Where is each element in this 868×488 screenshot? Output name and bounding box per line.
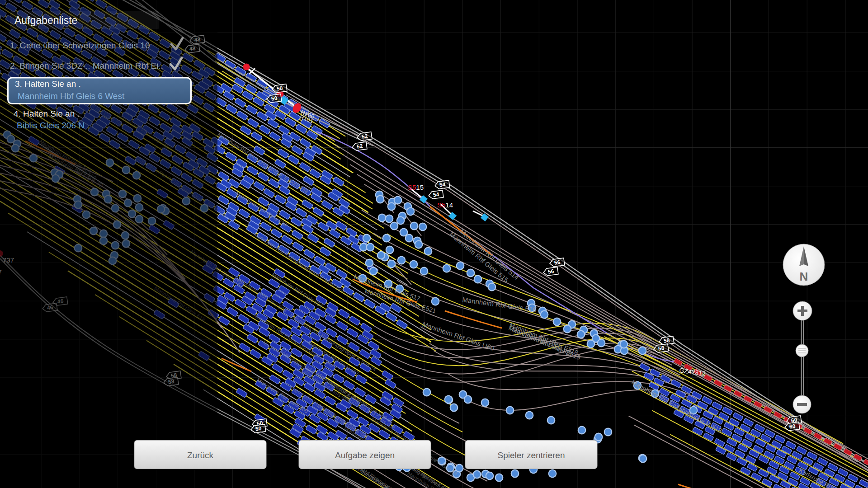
svg-text:Aufgabe zeigen: Aufgabe zeigen bbox=[335, 450, 395, 460]
svg-text:3. Halten Sie an .: 3. Halten Sie an . bbox=[15, 79, 81, 89]
svg-text:60: 60 bbox=[789, 423, 796, 430]
svg-text:52: 52 bbox=[356, 143, 363, 150]
svg-text:54: 54 bbox=[439, 181, 446, 188]
svg-text:4. Halten Sie an .: 4. Halten Sie an . bbox=[14, 109, 80, 118]
svg-text:Zurück: Zurück bbox=[187, 450, 214, 460]
svg-text:56: 56 bbox=[554, 259, 561, 266]
svg-text:1. Gehe über Schwetzingen Gle: 1. Gehe über Schwetzingen Gleis 10 bbox=[10, 41, 150, 50]
svg-text:S514: S514 bbox=[437, 201, 453, 209]
svg-text:56: 56 bbox=[547, 268, 554, 275]
svg-text:2. Bringen Sie 3DZ-.. Mannheim: 2. Bringen Sie 3DZ-.. Mannheim Rbf Ei.. bbox=[10, 61, 163, 70]
svg-text:58: 58 bbox=[663, 337, 670, 344]
svg-text:54: 54 bbox=[433, 191, 439, 198]
svg-text:50: 50 bbox=[255, 425, 262, 432]
svg-text:S515: S515 bbox=[408, 183, 424, 191]
svg-text:58: 58 bbox=[658, 345, 665, 352]
svg-text:52: 52 bbox=[361, 133, 368, 140]
svg-text:Aufgabenliste: Aufgabenliste bbox=[14, 14, 77, 26]
svg-text:N: N bbox=[800, 270, 808, 283]
svg-text:Spieler zentrieren: Spieler zentrieren bbox=[498, 450, 565, 460]
svg-text:Mannheim Hbf Gleis 6 West: Mannheim Hbf Gleis 6 West bbox=[18, 91, 125, 101]
svg-text:50: 50 bbox=[276, 85, 283, 92]
svg-text:50: 50 bbox=[271, 95, 278, 102]
svg-text:Biblis Gleis 206 N: Biblis Gleis 206 N bbox=[17, 121, 85, 130]
